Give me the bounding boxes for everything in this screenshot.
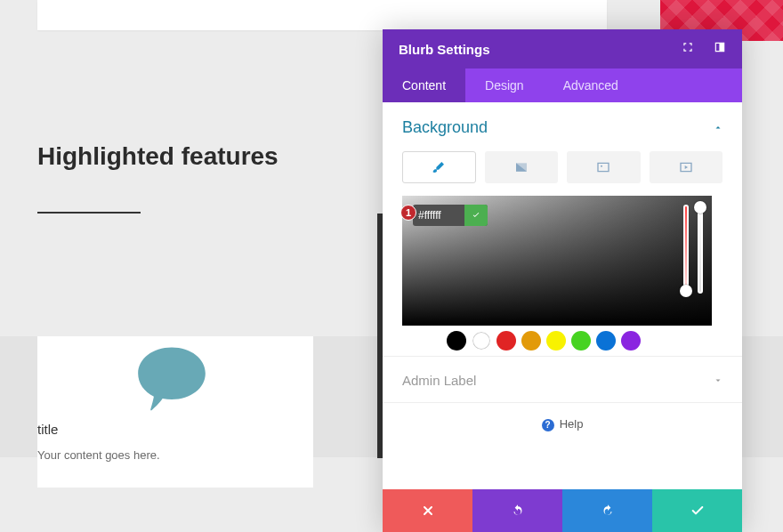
color-swatches [447,331,641,351]
bg-type-image[interactable] [567,151,641,183]
annotation-badge-1: 1 [400,205,416,221]
swatch-white[interactable] [472,331,491,351]
modal-tabs: Content Design Advanced [383,69,742,102]
swatch-black[interactable] [447,331,466,351]
swatch-orange[interactable] [521,331,541,351]
blurb-body: Your content goes here. [37,448,160,462]
page-top-card [37,0,607,30]
hex-input-group [413,205,488,226]
modal-title: Blurb Settings [399,42,490,57]
settings-modal: Blurb Settings Content Design Advanced B… [383,29,742,532]
blurb-title: title [37,422,58,437]
chevron-up-icon [714,122,722,134]
tab-design[interactable]: Design [465,69,544,102]
swatch-red[interactable] [496,331,516,351]
chevron-down-icon [714,373,722,388]
help-row[interactable]: ?Help [383,402,742,446]
swatch-blue[interactable] [596,331,616,351]
hex-input[interactable] [413,209,464,222]
section-admin-label[interactable]: Admin Label [383,356,742,402]
speech-bubble-icon [133,340,210,416]
tab-advanced[interactable]: Advanced [544,69,638,102]
hex-apply-button[interactable] [464,205,488,226]
bg-type-video[interactable] [650,151,723,183]
undo-button[interactable] [472,489,562,532]
color-picker[interactable]: 1 [402,196,712,342]
bg-type-color[interactable] [402,151,476,183]
modal-footer [383,489,742,532]
hue-slider[interactable] [683,205,689,294]
save-button[interactable] [652,489,742,532]
admin-label-text: Admin Label [402,373,476,388]
snap-icon[interactable] [714,41,726,57]
swatch-green[interactable] [571,331,591,351]
svg-point-0 [601,165,602,167]
modal-titlebar[interactable]: Blurb Settings [383,29,742,69]
bg-type-gradient[interactable] [485,151,559,183]
section-background-label: Background [402,118,488,137]
alpha-handle[interactable] [694,201,706,214]
alpha-slider[interactable] [698,205,703,294]
cancel-button[interactable] [383,489,472,532]
page-heading: Highlighted features [37,142,322,171]
background-type-row [402,151,722,183]
section-background-header[interactable]: Background [402,118,722,137]
swatch-yellow[interactable] [546,331,566,351]
tab-content[interactable]: Content [383,69,465,102]
hue-handle[interactable] [680,285,692,297]
redo-button[interactable] [562,489,652,532]
swatch-purple[interactable] [621,331,641,351]
heading-underline [37,212,141,214]
help-label: Help [560,417,584,431]
help-icon: ? [542,419,554,431]
expand-icon[interactable] [682,41,694,57]
